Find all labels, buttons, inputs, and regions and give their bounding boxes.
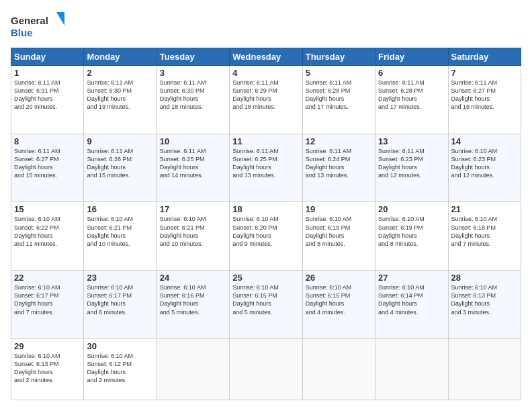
day-number: 6 bbox=[378, 68, 445, 78]
cell-content: Sunrise: 6:11 AM Sunset: 6:25 PM Dayligh… bbox=[160, 147, 226, 180]
calendar-cell: 3 Sunrise: 6:11 AM Sunset: 6:30 PM Dayli… bbox=[157, 66, 229, 134]
cell-content: Sunrise: 6:10 AM Sunset: 6:22 PM Dayligh… bbox=[14, 215, 81, 248]
day-number: 17 bbox=[160, 204, 226, 214]
day-number: 28 bbox=[451, 273, 518, 283]
calendar-cell: 10 Sunrise: 6:11 AM Sunset: 6:25 PM Dayl… bbox=[157, 134, 229, 202]
day-number: 16 bbox=[87, 204, 153, 214]
calendar-container: General Blue SundayMondayTuesdayWednesda… bbox=[0, 0, 532, 411]
svg-text:Blue: Blue bbox=[11, 27, 33, 38]
day-number: 12 bbox=[306, 136, 372, 146]
cell-content: Sunrise: 6:10 AM Sunset: 6:15 PM Dayligh… bbox=[232, 283, 299, 316]
cell-content: Sunrise: 6:10 AM Sunset: 6:16 PM Dayligh… bbox=[160, 283, 226, 316]
day-number: 8 bbox=[14, 136, 81, 146]
calendar-cell bbox=[375, 338, 448, 400]
cell-content: Sunrise: 6:10 AM Sunset: 6:23 PM Dayligh… bbox=[451, 147, 518, 180]
cell-content: Sunrise: 6:10 AM Sunset: 6:20 PM Dayligh… bbox=[232, 215, 299, 248]
day-number: 4 bbox=[232, 68, 299, 78]
day-header-sunday: Sunday bbox=[11, 48, 84, 66]
logo-svg: General Blue bbox=[11, 11, 64, 41]
calendar-cell: 9 Sunrise: 6:11 AM Sunset: 6:26 PM Dayli… bbox=[84, 134, 157, 202]
day-number: 1 bbox=[14, 68, 81, 78]
calendar-cell: 4 Sunrise: 6:11 AM Sunset: 6:29 PM Dayli… bbox=[230, 66, 302, 134]
day-header-thursday: Thursday bbox=[302, 48, 375, 66]
day-number: 25 bbox=[232, 273, 299, 283]
calendar-table: SundayMondayTuesdayWednesdayThursdayFrid… bbox=[11, 48, 521, 400]
cell-content: Sunrise: 6:11 AM Sunset: 6:28 PM Dayligh… bbox=[378, 79, 445, 111]
calendar-cell: 26 Sunrise: 6:10 AM Sunset: 6:15 PM Dayl… bbox=[302, 271, 375, 339]
cell-content: Sunrise: 6:10 AM Sunset: 6:21 PM Dayligh… bbox=[160, 215, 226, 248]
header: General Blue bbox=[11, 11, 521, 41]
day-number: 10 bbox=[160, 136, 226, 146]
day-number: 18 bbox=[232, 204, 299, 214]
calendar-cell bbox=[448, 338, 521, 400]
cell-content: Sunrise: 6:11 AM Sunset: 6:24 PM Dayligh… bbox=[306, 147, 372, 180]
day-number: 24 bbox=[160, 273, 226, 283]
day-number: 21 bbox=[451, 204, 518, 214]
day-number: 23 bbox=[87, 273, 153, 283]
cell-content: Sunrise: 6:11 AM Sunset: 6:30 PM Dayligh… bbox=[87, 79, 153, 111]
calendar-cell bbox=[157, 338, 229, 400]
day-header-wednesday: Wednesday bbox=[230, 48, 302, 66]
calendar-cell: 30 Sunrise: 6:10 AM Sunset: 6:12 PM Dayl… bbox=[84, 338, 157, 400]
day-header-tuesday: Tuesday bbox=[157, 48, 229, 66]
day-number: 30 bbox=[87, 341, 153, 351]
day-number: 13 bbox=[378, 136, 445, 146]
calendar-cell: 18 Sunrise: 6:10 AM Sunset: 6:20 PM Dayl… bbox=[230, 202, 302, 271]
calendar-cell bbox=[230, 338, 302, 400]
cell-content: Sunrise: 6:10 AM Sunset: 6:17 PM Dayligh… bbox=[87, 283, 153, 316]
calendar-cell: 28 Sunrise: 6:10 AM Sunset: 6:13 PM Dayl… bbox=[448, 271, 521, 339]
cell-content: Sunrise: 6:11 AM Sunset: 6:27 PM Dayligh… bbox=[451, 79, 518, 111]
calendar-cell: 14 Sunrise: 6:10 AM Sunset: 6:23 PM Dayl… bbox=[448, 134, 521, 202]
day-header-friday: Friday bbox=[375, 48, 448, 66]
calendar-cell: 20 Sunrise: 6:10 AM Sunset: 6:19 PM Dayl… bbox=[375, 202, 448, 271]
cell-content: Sunrise: 6:11 AM Sunset: 6:29 PM Dayligh… bbox=[232, 79, 299, 111]
cell-content: Sunrise: 6:10 AM Sunset: 6:12 PM Dayligh… bbox=[87, 352, 153, 385]
cell-content: Sunrise: 6:10 AM Sunset: 6:21 PM Dayligh… bbox=[87, 215, 153, 248]
svg-text:General: General bbox=[11, 15, 48, 26]
calendar-cell: 12 Sunrise: 6:11 AM Sunset: 6:24 PM Dayl… bbox=[302, 134, 375, 202]
cell-content: Sunrise: 6:10 AM Sunset: 6:14 PM Dayligh… bbox=[378, 283, 445, 316]
day-header-monday: Monday bbox=[84, 48, 157, 66]
calendar-cell: 2 Sunrise: 6:11 AM Sunset: 6:30 PM Dayli… bbox=[84, 66, 157, 134]
day-header-saturday: Saturday bbox=[448, 48, 521, 66]
day-number: 27 bbox=[378, 273, 445, 283]
day-number: 11 bbox=[232, 136, 299, 146]
cell-content: Sunrise: 6:11 AM Sunset: 6:23 PM Dayligh… bbox=[378, 147, 445, 180]
day-number: 3 bbox=[160, 68, 226, 78]
cell-content: Sunrise: 6:11 AM Sunset: 6:27 PM Dayligh… bbox=[14, 147, 81, 180]
calendar-cell: 13 Sunrise: 6:11 AM Sunset: 6:23 PM Dayl… bbox=[375, 134, 448, 202]
day-number: 26 bbox=[306, 273, 372, 283]
cell-content: Sunrise: 6:10 AM Sunset: 6:17 PM Dayligh… bbox=[14, 283, 81, 316]
cell-content: Sunrise: 6:11 AM Sunset: 6:25 PM Dayligh… bbox=[232, 147, 299, 180]
calendar-cell: 11 Sunrise: 6:11 AM Sunset: 6:25 PM Dayl… bbox=[230, 134, 302, 202]
cell-content: Sunrise: 6:11 AM Sunset: 6:26 PM Dayligh… bbox=[87, 147, 153, 180]
calendar-cell: 15 Sunrise: 6:10 AM Sunset: 6:22 PM Dayl… bbox=[11, 202, 84, 271]
day-number: 20 bbox=[378, 204, 445, 214]
calendar-cell: 25 Sunrise: 6:10 AM Sunset: 6:15 PM Dayl… bbox=[230, 271, 302, 339]
calendar-cell: 21 Sunrise: 6:10 AM Sunset: 6:18 PM Dayl… bbox=[448, 202, 521, 271]
calendar-cell: 6 Sunrise: 6:11 AM Sunset: 6:28 PM Dayli… bbox=[375, 66, 448, 134]
calendar-cell: 5 Sunrise: 6:11 AM Sunset: 6:28 PM Dayli… bbox=[302, 66, 375, 134]
calendar-cell bbox=[302, 338, 375, 400]
day-number: 14 bbox=[451, 136, 518, 146]
calendar-cell: 17 Sunrise: 6:10 AM Sunset: 6:21 PM Dayl… bbox=[157, 202, 229, 271]
cell-content: Sunrise: 6:10 AM Sunset: 6:18 PM Dayligh… bbox=[451, 215, 518, 248]
day-number: 9 bbox=[87, 136, 153, 146]
calendar-cell: 27 Sunrise: 6:10 AM Sunset: 6:14 PM Dayl… bbox=[375, 271, 448, 339]
day-number: 19 bbox=[306, 204, 372, 214]
cell-content: Sunrise: 6:11 AM Sunset: 6:30 PM Dayligh… bbox=[160, 79, 226, 111]
day-number: 2 bbox=[87, 68, 153, 78]
cell-content: Sunrise: 6:10 AM Sunset: 6:19 PM Dayligh… bbox=[306, 215, 372, 248]
calendar-cell: 1 Sunrise: 6:11 AM Sunset: 6:31 PM Dayli… bbox=[11, 66, 84, 134]
calendar-cell: 16 Sunrise: 6:10 AM Sunset: 6:21 PM Dayl… bbox=[84, 202, 157, 271]
cell-content: Sunrise: 6:10 AM Sunset: 6:19 PM Dayligh… bbox=[378, 215, 445, 248]
cell-content: Sunrise: 6:10 AM Sunset: 6:13 PM Dayligh… bbox=[14, 352, 81, 385]
cell-content: Sunrise: 6:10 AM Sunset: 6:15 PM Dayligh… bbox=[306, 283, 372, 316]
day-number: 5 bbox=[306, 68, 372, 78]
calendar-cell: 19 Sunrise: 6:10 AM Sunset: 6:19 PM Dayl… bbox=[302, 202, 375, 271]
calendar-cell: 8 Sunrise: 6:11 AM Sunset: 6:27 PM Dayli… bbox=[11, 134, 84, 202]
calendar-cell: 23 Sunrise: 6:10 AM Sunset: 6:17 PM Dayl… bbox=[84, 271, 157, 339]
calendar-cell: 22 Sunrise: 6:10 AM Sunset: 6:17 PM Dayl… bbox=[11, 271, 84, 339]
calendar-cell: 29 Sunrise: 6:10 AM Sunset: 6:13 PM Dayl… bbox=[11, 338, 84, 400]
cell-content: Sunrise: 6:11 AM Sunset: 6:31 PM Dayligh… bbox=[14, 79, 81, 111]
